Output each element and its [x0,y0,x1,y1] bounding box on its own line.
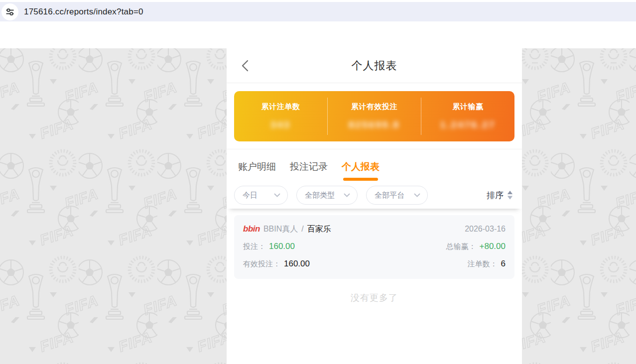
url-text: 175616.cc/reports/index?tab=0 [24,7,143,17]
record-date: 2026-03-16 [465,224,506,235]
site-info-button[interactable] [1,3,18,20]
filter-date-dropdown[interactable]: 今日 [234,186,288,205]
stat-label: 累计有效投注 [351,102,397,112]
report-list: bbin BBIN真人 / 百家乐 2026-03-16 投注：160.00 总… [227,209,522,304]
chevron-down-icon [414,193,420,197]
filter-date-label: 今日 [243,191,257,200]
stat-total-bet-count: 累计注单数 343 [234,91,327,141]
filter-bar: 今日 全部类型 全部平台 排序 [227,181,522,209]
tab-personal-report[interactable]: 个人报表 [342,160,380,181]
stat-total-valid-bet: 累计有效投注 825699.8 [328,91,421,141]
page-title: 个人报表 [352,58,397,73]
back-button[interactable] [240,59,251,72]
filter-type-dropdown[interactable]: 全部类型 [296,186,358,205]
stat-total-win-loss: 累计输赢 1.2476.27 [421,91,514,141]
count-label: 注单数： [468,259,498,268]
game-name: 百家乐 [307,224,331,235]
filter-platform-label: 全部平台 [375,191,404,200]
filter-type-label: 全部类型 [305,191,335,200]
provider-separator: / [301,224,303,235]
valid-bet-pair: 有效投注：160.00 [243,258,310,269]
no-more-text: 没有更多了 [234,292,514,304]
valid-bet-value: 160.00 [284,259,310,268]
summary-card: 累计注单数 343 累计有效投注 825699.8 累计输赢 1.2476.27 [234,91,514,141]
win-pair: 总输赢：+80.00 [446,241,506,252]
valid-bet-label: 有效投注： [243,259,280,268]
tune-icon [5,7,14,16]
chevron-down-icon [274,193,280,197]
record-valid-row: 有效投注：160.00 注单数：6 [243,258,506,269]
chevron-left-icon [240,59,250,72]
bet-value: 160.00 [269,242,295,251]
filter-platform-dropdown[interactable]: 全部平台 [366,186,428,205]
stat-value-masked: 825699.8 [349,120,400,130]
stat-label: 累计输赢 [453,102,484,112]
stat-value-masked: 343 [270,120,291,130]
record-bet-row: 投注：160.00 总输赢：+80.00 [243,241,506,252]
provider-info: bbin BBIN真人 / 百家乐 [243,224,331,235]
sort-icon [507,191,513,200]
browser-address-bar[interactable]: 175616.cc/reports/index?tab=0 [0,2,636,21]
bet-pair: 投注：160.00 [243,241,295,252]
tab-bet-records[interactable]: 投注记录 [290,160,328,181]
sort-button[interactable]: 排序 [487,190,513,201]
tab-account-details[interactable]: 账户明细 [238,160,276,181]
stat-label: 累计注单数 [261,102,300,112]
chevron-down-icon [344,193,350,197]
page-header: 个人报表 [227,48,522,83]
count-value: 6 [501,259,506,268]
bet-label: 投注： [243,242,265,250]
win-value: +80.00 [480,242,506,251]
content-panel: 个人报表 累计注单数 343 累计有效投注 825699.8 累计输赢 1.24… [227,48,522,364]
sort-label: 排序 [487,190,504,201]
stat-value-masked: 1.2476.27 [440,120,496,130]
win-label: 总输赢： [446,242,476,250]
tab-bar: 账户明细 投注记录 个人报表 [227,149,522,181]
count-pair: 注单数：6 [468,258,506,269]
provider-name: BBIN真人 [263,224,298,235]
record-item: bbin BBIN真人 / 百家乐 2026-03-16 投注：160.00 总… [234,215,514,279]
record-header-row: bbin BBIN真人 / 百家乐 2026-03-16 [243,224,506,235]
bbin-logo: bbin [243,224,260,235]
